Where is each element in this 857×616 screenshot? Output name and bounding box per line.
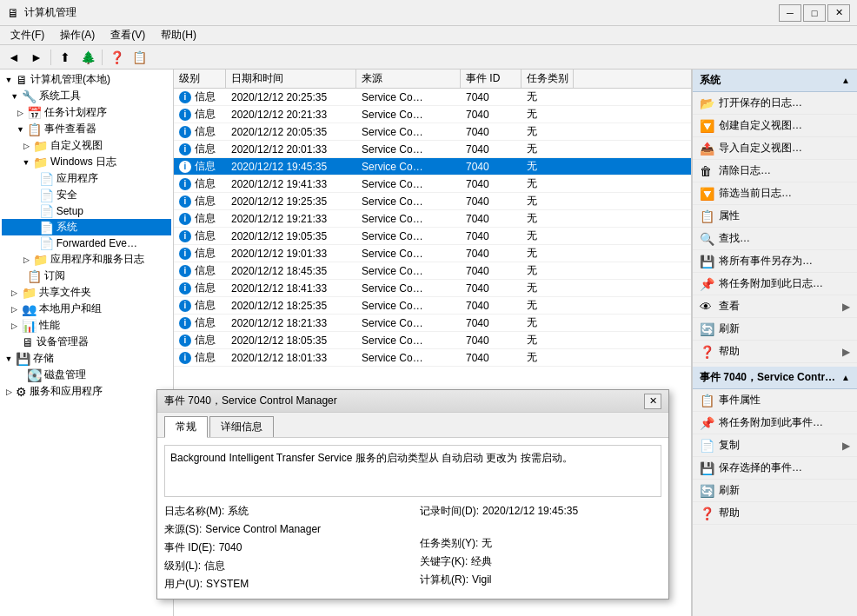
tree-expand-devmanager[interactable]: [8, 335, 22, 349]
tree-item-sharedfolders[interactable]: ▷📁共享文件夹: [2, 284, 171, 301]
cell-datetime: 2020/12/12 18:05:35: [226, 332, 356, 348]
tree-expand-services[interactable]: ▷: [2, 385, 16, 399]
tree-item-system[interactable]: 📄系统: [2, 219, 171, 235]
tree-item-eventviewer[interactable]: ▼📋事件查看器: [2, 121, 171, 137]
info-icon: i: [179, 248, 191, 260]
list-row[interactable]: i 信息 2020/12/12 20:05:35 Service Co… 704…: [174, 123, 691, 141]
list-row[interactable]: i 信息 2020/12/12 19:05:35 Service Co… 704…: [174, 228, 691, 245]
properties-button[interactable]: 📋: [129, 48, 149, 67]
tree-expand-tasks[interactable]: ▷: [13, 106, 27, 120]
tree-item-application[interactable]: 📄应用程序: [2, 170, 171, 187]
tab-details[interactable]: 详细信息: [209, 416, 274, 437]
tree-expand-winlogs[interactable]: ▼: [19, 156, 33, 169]
list-row[interactable]: i 信息 2020/12/12 18:25:35 Service Co… 704…: [174, 297, 691, 315]
dialog-close-button[interactable]: ✕: [644, 394, 661, 409]
action-item[interactable]: 🔽 创建自定义视图…: [693, 115, 857, 137]
tree-expand-forwarded[interactable]: [25, 236, 39, 250]
tree-item-subscriptions[interactable]: 📋订阅: [2, 268, 171, 284]
menu-help[interactable]: 帮助(H): [154, 26, 203, 44]
tree-expand-diskmanager[interactable]: [13, 368, 27, 382]
list-row[interactable]: i 信息 2020/12/12 18:41:33 Service Co… 704…: [174, 280, 691, 297]
action-item[interactable]: 📤 导入自定义视图…: [693, 137, 857, 160]
tree-item-services[interactable]: ▷⚙服务和应用程序: [2, 383, 171, 400]
tree-expand-setup[interactable]: [25, 204, 39, 218]
tree-expand-application[interactable]: [25, 172, 39, 186]
action-item[interactable]: 🔽 筛选当前日志…: [693, 182, 857, 205]
tree-item-localusers[interactable]: ▷👥本地用户和组: [2, 301, 171, 317]
tree-expand-subscriptions[interactable]: [13, 269, 27, 283]
tree-item-setup[interactable]: 📄Setup: [2, 203, 171, 219]
action-item[interactable]: 👁 查看 ▶: [693, 295, 857, 318]
back-button[interactable]: ◄: [3, 48, 24, 67]
tree-item-storage[interactable]: ▼💾存储: [2, 350, 171, 367]
tree-item-compname[interactable]: ▼🖥计算机管理(本地): [2, 71, 171, 88]
action-item[interactable]: 🗑 清除日志…: [693, 160, 857, 182]
list-row[interactable]: i 信息 2020/12/12 20:01:33 Service Co… 704…: [174, 141, 691, 158]
tree-item-devmanager[interactable]: 🖥设备管理器: [2, 334, 171, 350]
list-row[interactable]: i 信息 2020/12/12 18:01:33 Service Co… 704…: [174, 349, 691, 367]
col-header-taskcat[interactable]: 任务类别: [522, 70, 574, 88]
action-item[interactable]: 💾 将所有事件另存为…: [693, 250, 857, 273]
col-header-level[interactable]: 级别: [174, 70, 226, 88]
minimize-button[interactable]: ─: [779, 4, 801, 22]
maximize-button[interactable]: □: [803, 4, 826, 22]
tree-item-systools[interactable]: ▼🔧系统工具: [2, 88, 171, 104]
tree-item-tasks[interactable]: ▷📅任务计划程序: [2, 104, 171, 121]
list-row[interactable]: i 信息 2020/12/12 19:25:35 Service Co… 704…: [174, 193, 691, 210]
tree-item-winlogs[interactable]: ▼📁Windows 日志: [2, 154, 171, 170]
tree-item-security[interactable]: 📄安全: [2, 187, 171, 203]
tree-item-performance[interactable]: ▷📊性能: [2, 317, 171, 334]
tree-expand-customviews[interactable]: ▷: [19, 139, 33, 153]
tree-expand-appservices[interactable]: ▷: [19, 253, 33, 267]
show-hide-tree[interactable]: 🌲: [77, 48, 98, 67]
list-row[interactable]: i 信息 2020/12/12 20:21:33 Service Co… 704…: [174, 106, 691, 123]
tree-item-forwarded[interactable]: 📄Forwarded Eve…: [2, 235, 171, 251]
forward-button[interactable]: ►: [26, 48, 47, 67]
action-item[interactable]: 🔄 刷新: [693, 480, 857, 502]
info-icon: i: [179, 178, 191, 190]
tree-expand-security[interactable]: [25, 189, 39, 202]
action-item[interactable]: ❓ 帮助 ▶: [693, 341, 857, 363]
tree-expand-systools[interactable]: ▼: [8, 89, 22, 103]
col-header-eventid[interactable]: 事件 ID: [461, 70, 522, 88]
action-item[interactable]: 💾 保存选择的事件…: [693, 457, 857, 480]
tab-general[interactable]: 常规: [164, 416, 208, 438]
tree-item-appservices[interactable]: ▷📁应用程序和服务日志: [2, 251, 171, 268]
list-row[interactable]: i 信息 2020/12/12 19:01:33 Service Co… 704…: [174, 245, 691, 262]
tree-expand-storage[interactable]: ▼: [2, 352, 16, 366]
cell-source: Service Co…: [356, 245, 461, 262]
col-header-source[interactable]: 来源: [356, 70, 461, 88]
tree-expand-system[interactable]: [25, 221, 39, 235]
list-row[interactable]: i 信息 2020/12/12 20:25:35 Service Co… 704…: [174, 89, 691, 106]
tree-expand-localusers[interactable]: ▷: [8, 302, 22, 316]
list-row[interactable]: i 信息 2020/12/12 18:21:33 Service Co… 704…: [174, 315, 691, 332]
action-item[interactable]: 🔍 查找…: [693, 228, 857, 250]
list-row[interactable]: i 信息 2020/12/12 19:21:33 Service Co… 704…: [174, 210, 691, 228]
close-button[interactable]: ✕: [827, 4, 850, 22]
action-item[interactable]: 📋 事件属性: [693, 389, 857, 412]
menu-action[interactable]: 操作(A): [53, 26, 102, 44]
action-item[interactable]: 📌 将任务附加到此事件…: [693, 412, 857, 434]
tree-expand-performance[interactable]: ▷: [8, 319, 22, 333]
list-row[interactable]: i 信息 2020/12/12 19:41:33 Service Co… 704…: [174, 176, 691, 193]
col-header-datetime[interactable]: 日期和时间: [226, 70, 356, 88]
tree-expand-eventviewer[interactable]: ▼: [13, 123, 27, 136]
list-row[interactable]: i 信息 2020/12/12 18:45:35 Service Co… 704…: [174, 262, 691, 280]
action-item[interactable]: 🔄 刷新: [693, 318, 857, 341]
tree-expand-sharedfolders[interactable]: ▷: [8, 286, 22, 300]
tree-item-customviews[interactable]: ▷📁自定义视图: [2, 137, 171, 154]
tree-item-diskmanager[interactable]: 💽磁盘管理: [2, 367, 171, 383]
up-button[interactable]: ⬆: [55, 48, 76, 67]
action-item[interactable]: ❓ 帮助: [693, 502, 857, 525]
tree-expand-compname[interactable]: ▼: [2, 73, 16, 87]
help-button[interactable]: ❓: [106, 48, 127, 67]
action-item[interactable]: 📌 将任务附加到此日志…: [693, 273, 857, 295]
menu-file[interactable]: 文件(F): [3, 26, 51, 44]
list-row[interactable]: i 信息 2020/12/12 19:45:35 Service Co… 704…: [174, 158, 691, 176]
list-row[interactable]: i 信息 2020/12/12 18:05:35 Service Co… 704…: [174, 332, 691, 349]
menu-view[interactable]: 查看(V): [103, 26, 152, 44]
action-item[interactable]: 📄 复制 ▶: [693, 434, 857, 457]
action-item[interactable]: 📂 打开保存的日志…: [693, 92, 857, 115]
action-item[interactable]: 📋 属性: [693, 205, 857, 228]
tree-panel[interactable]: ▼🖥计算机管理(本地) ▼🔧系统工具 ▷📅任务计划程序 ▼📋事件查看器 ▷📁自定…: [0, 70, 174, 616]
